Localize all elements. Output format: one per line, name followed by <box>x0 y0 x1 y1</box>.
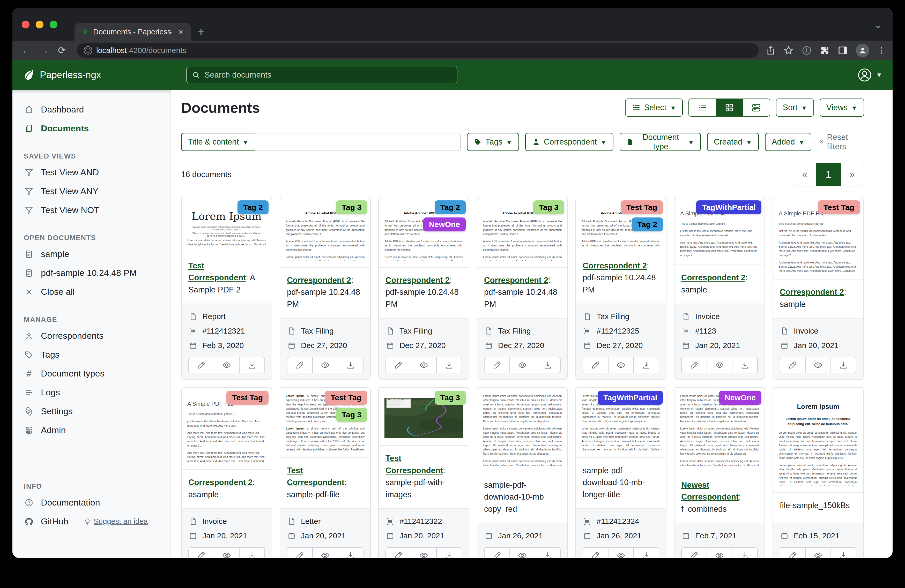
maximize-window-button[interactable] <box>50 21 57 29</box>
sidebar-item-test-view-and[interactable]: Test View AND <box>13 163 170 182</box>
edit-button[interactable] <box>287 357 313 373</box>
document-card[interactable]: Tag 3 Boundary Waters Trip Test Correspo… <box>378 387 469 558</box>
view-button[interactable] <box>806 548 831 558</box>
document-card[interactable]: Tag 2NewOne Adobe Acrobat PDF FilesAdobe… <box>378 197 469 380</box>
address-bar[interactable]: ⓘ localhost:4200/documents <box>76 43 759 58</box>
view-button[interactable] <box>707 357 732 373</box>
created-filter-button[interactable]: Created▼ <box>707 133 759 151</box>
tag-badge[interactable]: TagWithPartial <box>598 391 663 405</box>
tags-filter-button[interactable]: Tags▼ <box>467 133 519 151</box>
correspondent-link[interactable]: Test Correspondent <box>386 454 443 475</box>
sidebar-item-documents[interactable]: Documents <box>13 119 170 138</box>
document-card[interactable]: Test TagTag 2 Adobe Acrobat PDF FilesAdo… <box>575 197 667 380</box>
download-button[interactable] <box>634 548 659 558</box>
sidebar-item-dashboard[interactable]: Dashboard <box>13 100 170 119</box>
download-button[interactable] <box>437 548 462 558</box>
tag-badge[interactable]: NewOne <box>719 391 761 405</box>
sidebar-open-doc-sample[interactable]: sample <box>13 245 170 263</box>
browser-profile-avatar[interactable] <box>856 44 869 57</box>
window-controls[interactable] <box>22 21 57 29</box>
extensions-puzzle-icon[interactable] <box>819 45 830 55</box>
view-button[interactable] <box>510 357 535 373</box>
download-button[interactable] <box>535 548 560 558</box>
sidebar-item-tags[interactable]: Tags <box>13 345 170 364</box>
edit-button[interactable] <box>682 548 707 558</box>
view-list-button[interactable] <box>689 99 716 116</box>
share-icon[interactable] <box>766 46 776 55</box>
correspondent-link[interactable]: Correspondent 2 <box>681 273 745 282</box>
sidebar-item-github[interactable]: GitHub Suggest an idea <box>13 512 170 531</box>
document-card[interactable]: Test Tag A Simple PDF FileThis is a smal… <box>773 197 864 380</box>
correspondent-link[interactable]: Correspondent 2 <box>780 287 844 296</box>
document-card[interactable]: Tag 3 Adobe Acrobat PDF FilesAdobe® Port… <box>477 197 568 380</box>
bookmark-star-icon[interactable] <box>783 45 794 55</box>
tag-badge[interactable]: NewOne <box>423 217 466 231</box>
correspondent-link[interactable]: Newest Correspondent <box>681 480 739 502</box>
download-button[interactable] <box>437 357 462 373</box>
pagination-next-button[interactable]: » <box>841 163 864 186</box>
correspondent-link[interactable]: Correspondent 2 <box>287 276 351 285</box>
edit-button[interactable] <box>780 548 806 558</box>
view-button[interactable] <box>411 357 437 373</box>
document-card[interactable]: Test Tag A Simple PDF FileThis is a smal… <box>181 387 272 558</box>
view-button[interactable] <box>313 548 338 558</box>
edit-button[interactable] <box>583 357 608 373</box>
sidebar-item-correspondents[interactable]: Correspondents <box>13 326 170 345</box>
pagination-page-1[interactable]: 1 <box>816 163 841 186</box>
tag-badge[interactable]: Test Tag <box>325 391 367 405</box>
view-button[interactable] <box>608 357 634 373</box>
browser-menu-kebab-icon[interactable] <box>877 46 886 55</box>
edit-button[interactable] <box>386 357 411 373</box>
sidebar-close-all[interactable]: Close all <box>13 282 170 301</box>
correspondent-link[interactable]: Test Correspondent <box>188 261 246 282</box>
download-button[interactable] <box>732 548 757 558</box>
pagination-prev-button[interactable]: « <box>793 163 816 186</box>
edit-button[interactable] <box>780 357 806 373</box>
filter-text-input[interactable] <box>256 133 461 151</box>
brand[interactable]: Paperless-ngx <box>13 69 171 81</box>
sort-button[interactable]: Sort▼ <box>776 98 814 117</box>
document-card[interactable]: Test TagTag 3 Lorem Ipsum is simply dumm… <box>280 387 371 558</box>
new-tab-button[interactable]: + <box>198 27 205 37</box>
browser-tab[interactable]: Documents - Paperless-ngx × <box>75 23 191 41</box>
document-card[interactable]: Lorem ipsumLorem ipsum dolor sit amet, c… <box>773 387 864 558</box>
tag-badge[interactable]: Test Tag <box>621 200 663 214</box>
tag-badge[interactable]: TagWithPartial <box>696 200 761 214</box>
search-input[interactable] <box>204 70 452 80</box>
sidebar-open-doc-pdf-sample[interactable]: pdf-sample 10.24.48 PM <box>13 263 170 282</box>
close-window-button[interactable] <box>22 21 30 29</box>
edit-button[interactable] <box>682 357 707 373</box>
view-button[interactable] <box>510 548 535 558</box>
view-grid-button[interactable] <box>716 99 743 116</box>
tag-badge[interactable]: Tag 2 <box>238 200 268 214</box>
view-button[interactable] <box>214 357 240 373</box>
document-card[interactable]: Lorem ipsum dolor sit amet, consectetur … <box>477 387 568 558</box>
correspondent-filter-button[interactable]: Correspondent▼ <box>525 133 613 151</box>
sidebar-item-logs[interactable]: Logs <box>13 383 170 402</box>
download-button[interactable] <box>634 357 659 373</box>
reset-filters-button[interactable]: ×Reset filters <box>819 133 864 151</box>
document-thumbnail[interactable]: Lorem ipsumLorem ipsum dolor sit amet, c… <box>773 388 863 492</box>
tag-badge[interactable]: Tag 3 <box>435 391 466 405</box>
tab-search-chevron-icon[interactable]: ⌄ <box>875 20 882 30</box>
edit-button[interactable] <box>583 548 608 558</box>
tag-badge[interactable]: Tag 3 <box>336 408 367 422</box>
back-button[interactable]: ← <box>19 45 34 56</box>
filter-field-button[interactable]: Title & content▼ <box>181 133 256 151</box>
document-card[interactable]: TagWithPartial Lorem ipsum dolor sit ame… <box>575 387 667 558</box>
tag-badge[interactable]: Tag 2 <box>632 217 663 231</box>
suggest-an-idea-link[interactable]: Suggest an idea <box>84 517 148 526</box>
download-button[interactable] <box>240 548 264 558</box>
edit-button[interactable] <box>386 548 411 558</box>
view-button[interactable] <box>707 548 732 558</box>
sidebar-item-documentation[interactable]: Documentation <box>13 493 170 512</box>
download-button[interactable] <box>535 357 560 373</box>
sidebar-item-test-view-not[interactable]: Test View NOT <box>13 201 170 220</box>
edit-button[interactable] <box>287 548 313 558</box>
document-thumbnail[interactable]: Lorem ipsum dolor sit amet, consectetur … <box>477 388 567 472</box>
document-card[interactable]: TagWithPartial A Simple PDF FileThis is … <box>674 197 765 380</box>
edit-button[interactable] <box>484 548 510 558</box>
tab-close-icon[interactable]: × <box>177 27 185 37</box>
view-button[interactable] <box>806 357 831 373</box>
view-button[interactable] <box>214 548 240 558</box>
